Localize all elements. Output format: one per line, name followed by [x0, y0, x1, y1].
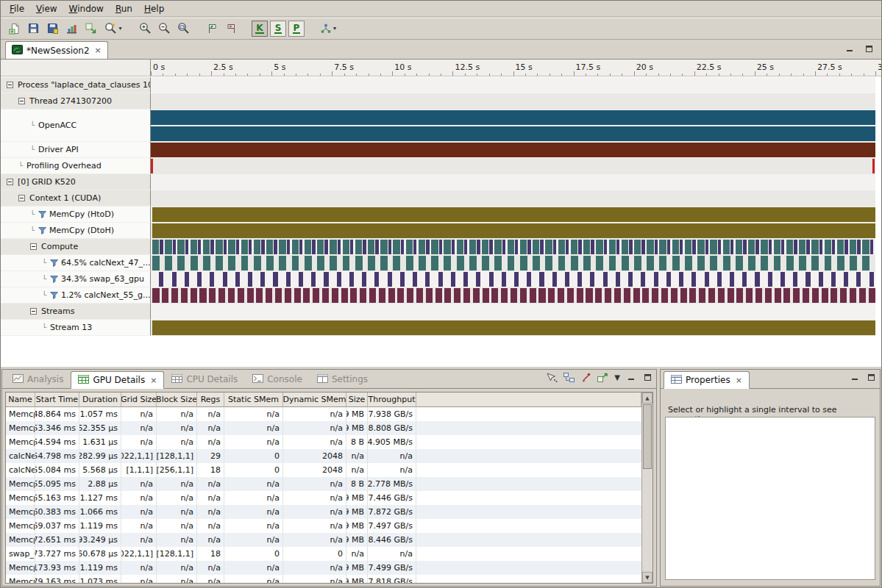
timeline-interval[interactable] — [567, 288, 574, 303]
timeline-interval[interactable] — [616, 272, 620, 287]
timeline-interval[interactable] — [783, 288, 790, 303]
timeline-interval[interactable] — [565, 272, 569, 287]
timeline-interval[interactable] — [476, 272, 480, 287]
expander-icon[interactable] — [18, 98, 25, 104]
column-header-grid-size[interactable]: Grid Size — [121, 392, 157, 407]
timeline-interval[interactable] — [538, 288, 545, 303]
goto-timeline-icon[interactable] — [580, 373, 591, 382]
export-details-icon[interactable] — [597, 373, 608, 382]
timeline-interval[interactable] — [850, 288, 856, 303]
timeline-interval[interactable] — [530, 288, 536, 303]
timeline-interval[interactable] — [400, 272, 405, 287]
timeline-interval[interactable] — [652, 288, 658, 303]
timeline-interval[interactable] — [736, 288, 743, 303]
timeline-interval[interactable] — [603, 272, 608, 287]
timeline-row-label-context-1-cuda[interactable]: Context 1 (CUDA) — [1, 190, 151, 207]
timeline-interval[interactable] — [494, 256, 502, 270]
tab-cpu-details[interactable]: CPU Details — [164, 370, 245, 388]
timeline-interval[interactable] — [209, 288, 216, 303]
timeline-interval[interactable] — [286, 272, 291, 287]
timeline-interval[interactable] — [224, 240, 227, 254]
timeline-interval[interactable] — [452, 240, 455, 254]
timeline-interval[interactable] — [672, 240, 679, 254]
timeline-interval[interactable] — [368, 240, 374, 254]
timeline-interval[interactable] — [338, 240, 341, 254]
timeline-interval[interactable] — [642, 288, 649, 303]
timeline-interval[interactable] — [765, 288, 772, 303]
timeline-interval[interactable] — [786, 256, 794, 270]
timeline-interval[interactable] — [659, 240, 666, 254]
timeline-interval[interactable] — [736, 240, 742, 254]
table-row[interactable]: Memcpy154.594 ms1.631 µsn/an/an/an/an/a8… — [6, 435, 641, 449]
search-analysis-button[interactable]: ▾ — [101, 19, 126, 37]
column-header-block-size[interactable]: Block Size — [157, 392, 197, 407]
timeline-interval[interactable] — [629, 240, 632, 254]
timeline-interval[interactable] — [622, 256, 629, 270]
timeline-interval[interactable] — [680, 288, 687, 303]
zoom-in-button[interactable] — [136, 19, 154, 37]
timeline-interval[interactable] — [463, 272, 468, 287]
timeline-interval[interactable] — [324, 272, 328, 287]
timeline-interval[interactable] — [697, 256, 705, 270]
timeline-interval[interactable] — [641, 240, 644, 254]
scrollbar-thumb[interactable] — [643, 404, 652, 469]
timeline-interval[interactable] — [501, 288, 508, 303]
timeline-interval[interactable] — [191, 288, 197, 303]
table-scrollbar[interactable]: ▲ ▼ — [641, 392, 652, 583]
timeline-interval[interactable] — [451, 272, 455, 287]
timeline-interval[interactable] — [840, 288, 847, 303]
report-chart-button[interactable] — [63, 19, 81, 37]
timeline-interval[interactable] — [406, 256, 413, 270]
timeline-interval[interactable] — [586, 288, 592, 303]
timeline-interval[interactable] — [769, 240, 772, 254]
timeline-interval[interactable] — [616, 240, 619, 254]
timeline-interval[interactable] — [256, 288, 263, 303]
timeline-row-label-profiling-overhead[interactable]: └Profiling Overhead — [1, 158, 151, 174]
timeline-interval[interactable] — [571, 240, 577, 254]
timeline-interval[interactable] — [419, 240, 425, 254]
timeline-interval[interactable] — [393, 256, 400, 270]
timeline-interval[interactable] — [210, 272, 214, 287]
column-header-regs[interactable]: Regs — [197, 392, 224, 407]
timeline-interval[interactable] — [850, 240, 856, 254]
timeline-interval[interactable] — [691, 272, 696, 287]
timeline-interval[interactable] — [238, 288, 244, 303]
timeline-interval[interactable] — [228, 256, 235, 270]
timeline-interval[interactable] — [350, 288, 357, 303]
timeline-interval[interactable] — [685, 256, 692, 270]
timeline-interval[interactable] — [177, 240, 184, 254]
timeline-interval[interactable] — [624, 288, 630, 303]
timeline-interval[interactable] — [235, 272, 240, 287]
timeline-lane[interactable] — [151, 239, 875, 255]
column-header-size[interactable]: Size — [346, 392, 368, 407]
timeline-interval[interactable] — [279, 240, 285, 254]
timeline-interval[interactable] — [667, 240, 670, 254]
timeline-interval[interactable] — [425, 272, 430, 287]
column-header-duration[interactable]: Duration — [79, 392, 121, 407]
timeline-interval[interactable] — [198, 240, 201, 254]
timeline-interval[interactable] — [755, 288, 762, 303]
menu-window[interactable]: Window — [63, 1, 110, 16]
timeline-interval[interactable] — [514, 272, 519, 287]
timeline-interval[interactable] — [595, 288, 602, 303]
timeline-interval[interactable] — [152, 207, 875, 222]
timeline-interval[interactable] — [431, 256, 438, 270]
timeline-interval[interactable] — [343, 256, 350, 270]
marker-back-button[interactable] — [222, 19, 241, 37]
menu-run[interactable]: Run — [110, 1, 138, 16]
timeline-interval[interactable] — [388, 288, 395, 303]
close-tab-icon[interactable]: × — [736, 376, 742, 385]
timeline-interval[interactable] — [856, 272, 861, 287]
timeline-interval[interactable] — [869, 288, 875, 303]
column-header-start-time[interactable]: Start Time — [35, 392, 79, 407]
timeline-interval[interactable] — [718, 288, 725, 303]
timeline-interval[interactable] — [761, 256, 768, 270]
timeline-interval[interactable] — [511, 288, 517, 303]
timeline-interval[interactable] — [165, 256, 172, 270]
timeline-interval[interactable] — [723, 256, 730, 270]
minimize-properties-icon[interactable] — [850, 373, 860, 381]
timeline-interval[interactable] — [285, 288, 291, 303]
timeline-interval[interactable] — [605, 288, 611, 303]
timeline-interval[interactable] — [761, 240, 767, 254]
timeline-interval[interactable] — [454, 288, 460, 303]
